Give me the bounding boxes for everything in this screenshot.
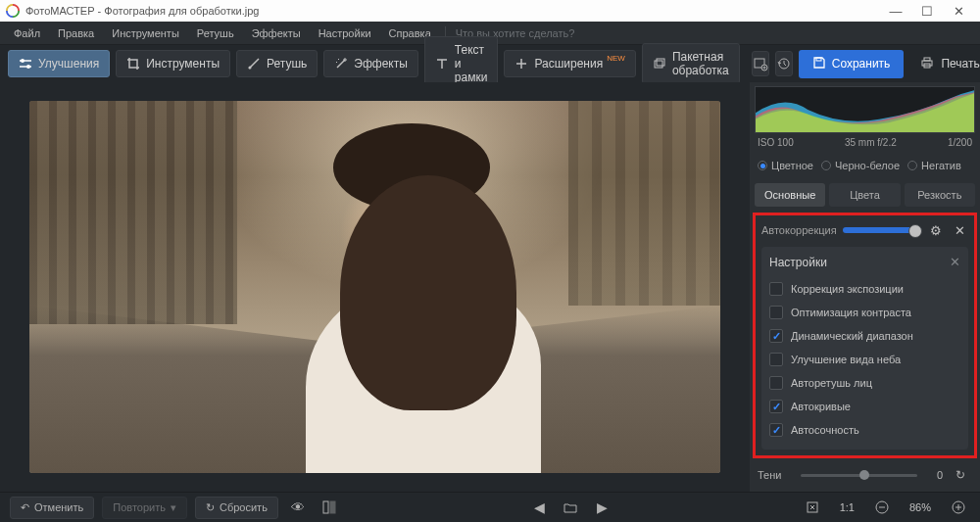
menu-settings[interactable]: Настройки (311, 25, 379, 41)
checkbox[interactable] (769, 376, 783, 390)
tab-sharp[interactable]: Резкость (905, 183, 975, 207)
bottombar: ↶ Отменить Повторить ▾ ↻ Сбросить 👁 ◀ ▶ … (0, 492, 980, 522)
close-settings-icon[interactable]: ✕ (950, 255, 960, 269)
menu-effects[interactable]: Эффекты (244, 25, 309, 41)
sidebar: ISO 100 35 mm f/2.2 1/200 Цветное Черно-… (750, 82, 980, 492)
redo-button[interactable]: Повторить ▾ (102, 497, 187, 519)
enhance-button[interactable]: Улучшения (8, 50, 110, 77)
autocorrect-section: Автокоррекция ⚙ ✕ Настройки ✕ Коррекция … (753, 213, 977, 458)
radio-negative[interactable]: Негатив (907, 160, 961, 171)
toolbar: Улучшения Инструменты Ретушь Эффекты Тек… (0, 45, 980, 82)
save-button[interactable]: Сохранить (799, 50, 905, 78)
checkbox-row[interactable]: Авторетушь лиц (769, 371, 960, 395)
open-folder-icon[interactable] (559, 497, 582, 518)
zoom-ratio-button[interactable]: 1:1 (832, 499, 862, 515)
maximize-button[interactable]: ☐ (911, 4, 943, 19)
undo-button[interactable]: ↶ Отменить (10, 497, 94, 519)
svg-rect-13 (323, 501, 328, 513)
compare-icon[interactable] (318, 497, 341, 518)
redo-icon: ▾ (171, 501, 176, 514)
stack-icon (653, 57, 666, 71)
sliders-icon (19, 57, 32, 71)
shadows-label: Тени (758, 469, 795, 481)
effects-label: Эффекты (354, 57, 408, 71)
svg-point-2 (26, 65, 30, 69)
canvas[interactable] (0, 82, 750, 492)
history-button[interactable] (775, 51, 793, 76)
menu-file[interactable]: Файл (6, 25, 48, 41)
text-label: Текст и рамки (455, 43, 488, 84)
checkbox-label: Авторетушь лиц (791, 377, 872, 389)
nav-next-icon[interactable]: ▶ (590, 497, 613, 518)
undo-icon: ↶ (21, 501, 29, 514)
preview-original-icon[interactable]: 👁 (286, 497, 310, 518)
svg-point-3 (249, 67, 252, 70)
checkbox[interactable] (769, 353, 783, 366)
close-autocorrect-icon[interactable]: ✕ (951, 221, 968, 239)
checkbox[interactable] (769, 329, 783, 343)
radio-color[interactable]: Цветное (758, 160, 813, 171)
titlebar: ФотоМАСТЕР - Фотография для обработки.jp… (0, 0, 980, 22)
brush-icon (247, 57, 261, 71)
effects-button[interactable]: Эффекты (323, 50, 418, 77)
print-button[interactable]: Печать (909, 49, 980, 79)
radio-bw[interactable]: Черно-белое (821, 160, 900, 171)
settings-title: Настройки (769, 256, 827, 269)
histogram[interactable] (755, 86, 975, 133)
crop-icon (126, 57, 140, 71)
svg-rect-4 (655, 61, 662, 68)
zoom-out-icon[interactable] (870, 497, 894, 518)
checkbox-row[interactable]: Улучшение вида неба (769, 348, 960, 371)
checkbox[interactable] (769, 306, 783, 319)
extensions-label: Расширения (534, 57, 603, 71)
add-image-button[interactable] (752, 51, 769, 76)
checkbox[interactable] (769, 423, 783, 437)
window-title: ФотоМАСТЕР - Фотография для обработки.jp… (25, 5, 259, 17)
tab-main[interactable]: Основные (755, 183, 825, 207)
menu-edit[interactable]: Правка (50, 25, 102, 41)
tools-button[interactable]: Инструменты (116, 50, 230, 77)
checkbox-row[interactable]: Коррекция экспозиции (769, 277, 960, 301)
checkbox-row[interactable]: Автокривые (769, 395, 960, 418)
checkbox[interactable] (769, 400, 783, 413)
checkbox-label: Оптимизация контраста (791, 307, 911, 318)
reset-icon: ↻ (206, 501, 215, 514)
exif-shutter: 1/200 (948, 137, 972, 148)
wand-icon (334, 57, 348, 71)
checkbox[interactable] (769, 282, 783, 296)
zoom-in-icon[interactable] (947, 497, 970, 518)
tools-label: Инструменты (146, 57, 220, 71)
menu-tools[interactable]: Инструменты (104, 25, 187, 41)
save-icon (812, 56, 826, 72)
exif-iso: ISO 100 (758, 137, 794, 148)
new-badge: NEW (607, 54, 625, 63)
reset-button[interactable]: ↻ Сбросить (195, 497, 278, 519)
retouch-button[interactable]: Ретушь (236, 50, 318, 77)
menu-retouch[interactable]: Ретушь (189, 25, 242, 41)
printer-icon (919, 55, 935, 73)
fit-screen-icon[interactable] (801, 497, 824, 518)
checkbox-label: Коррекция экспозиции (791, 283, 904, 295)
close-window-button[interactable]: ✕ (943, 4, 974, 19)
zoom-value: 86% (902, 499, 939, 515)
tab-colors[interactable]: Цвета (829, 183, 900, 207)
shadows-slider[interactable] (801, 474, 917, 477)
autocorrect-slider[interactable] (843, 227, 921, 233)
shadows-row: Тени 0 ↻ (750, 458, 980, 492)
autocorrect-row: Автокоррекция ⚙ ✕ (761, 221, 968, 239)
svg-rect-9 (816, 58, 821, 61)
checkbox-row[interactable]: Динамический диапазон (769, 324, 960, 348)
reset-shadows-icon[interactable]: ↻ (949, 464, 972, 486)
minimize-button[interactable]: — (880, 4, 911, 19)
settings-header: Настройки ✕ (769, 255, 960, 269)
canvas-area (0, 82, 750, 492)
checkbox-row[interactable]: Автосочность (769, 418, 960, 442)
exif-info: ISO 100 35 mm f/2.2 1/200 (750, 133, 980, 152)
gear-icon[interactable]: ⚙ (927, 221, 945, 239)
extensions-button[interactable]: Расширения NEW (504, 50, 635, 77)
nav-prev-icon[interactable]: ◀ (527, 497, 551, 518)
checkbox-label: Автокривые (791, 401, 851, 412)
batch-button[interactable]: Пакетная обработка (642, 43, 740, 84)
photo-preview (29, 101, 720, 473)
checkbox-row[interactable]: Оптимизация контраста (769, 301, 960, 324)
